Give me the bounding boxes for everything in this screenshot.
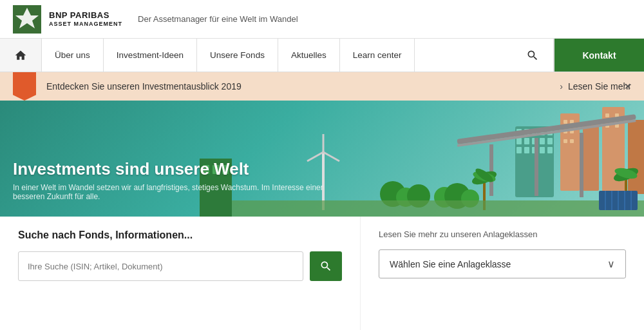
search-button-icon xyxy=(319,260,332,273)
svg-rect-28 xyxy=(524,147,529,153)
banner-text: Entdecken Sie unseren Investmentausblick… xyxy=(46,81,554,92)
chevron-down-icon: ∨ xyxy=(607,258,615,270)
hero-title: Investments sind unsere Welt xyxy=(13,159,348,179)
search-button[interactable] xyxy=(310,251,342,281)
logo-name: BNP PARIBAS xyxy=(49,11,122,20)
nav-item-uber-uns[interactable]: Über uns xyxy=(42,39,104,72)
banner-close-button[interactable]: × xyxy=(621,77,634,96)
svg-rect-25 xyxy=(540,138,545,144)
notification-banner: Entdecken Sie unseren Investmentausblick… xyxy=(0,72,644,101)
logo-area: BNP PARIBAS ASSET MANAGEMENT xyxy=(13,5,122,34)
header: BNP PARIBAS ASSET MANAGEMENT Der Assetma… xyxy=(0,0,644,39)
svg-rect-30 xyxy=(540,147,545,153)
nav-item-investment-ideen[interactable]: Investment-Ideen xyxy=(104,39,197,72)
svg-rect-11 xyxy=(570,139,574,143)
search-box: Suche nach Fonds, Informationen... xyxy=(0,217,361,330)
svg-rect-5 xyxy=(628,120,644,194)
nav-item-unsere-fonds[interactable]: Unsere Fonds xyxy=(197,39,278,72)
nav-item-learn-center[interactable]: Learn center xyxy=(340,39,415,72)
asset-class-label: Lesen Sie mehr zu unseren Anlageklassen xyxy=(379,229,626,239)
nav-kontakt-button[interactable]: Kontakt xyxy=(554,39,644,72)
bottom-section: Suche nach Fonds, Informationen... Lesen… xyxy=(0,217,644,330)
svg-rect-3 xyxy=(583,123,599,191)
search-label: Suche nach Fonds, Informationen... xyxy=(18,229,342,241)
svg-rect-6 xyxy=(564,120,567,124)
home-icon xyxy=(14,49,27,62)
asset-class-placeholder: Wählen Sie eine Anlageklasse xyxy=(390,259,511,269)
logo-text: BNP PARIBAS ASSET MANAGEMENT xyxy=(49,11,122,26)
banner-arrow-icon: › xyxy=(560,81,563,92)
asset-class-box: Lesen Sie mehr zu unseren Anlageklassen … xyxy=(361,217,644,330)
asset-class-dropdown[interactable]: Wählen Sie eine Anlageklasse ∨ xyxy=(379,249,626,278)
svg-rect-35 xyxy=(535,138,538,196)
svg-rect-55 xyxy=(200,200,644,217)
svg-rect-26 xyxy=(547,138,553,144)
nav-search-button[interactable] xyxy=(512,39,554,72)
svg-rect-22 xyxy=(516,138,522,144)
hero-content: Investments sind unsere Welt In einer We… xyxy=(13,159,348,201)
svg-rect-27 xyxy=(516,147,522,153)
banner-star-decoration xyxy=(13,72,36,101)
svg-rect-12 xyxy=(605,113,609,117)
hero-subtitle: In einer Welt im Wandel setzen wir auf l… xyxy=(13,183,348,201)
search-icon xyxy=(526,49,539,62)
hero-section: Investments sind unsere Welt In einer We… xyxy=(0,101,644,217)
svg-rect-34 xyxy=(489,144,493,196)
header-tagline: Der Assetmanager für eine Welt im Wandel xyxy=(138,14,298,24)
svg-rect-23 xyxy=(524,138,529,144)
svg-rect-10 xyxy=(564,139,567,143)
logo-subname: ASSET MANAGEMENT xyxy=(49,21,122,27)
logo-box xyxy=(13,5,41,34)
logo-icon xyxy=(13,5,41,34)
nav-spacer xyxy=(415,39,512,72)
navbar: Über uns Investment-Ideen Unsere Fonds A… xyxy=(0,39,644,72)
search-input[interactable] xyxy=(18,251,303,281)
nav-item-aktuelles[interactable]: Aktuelles xyxy=(278,39,340,72)
nav-home[interactable] xyxy=(0,39,42,72)
svg-rect-31 xyxy=(547,147,553,153)
search-input-row xyxy=(18,251,342,281)
svg-rect-36 xyxy=(580,133,583,197)
